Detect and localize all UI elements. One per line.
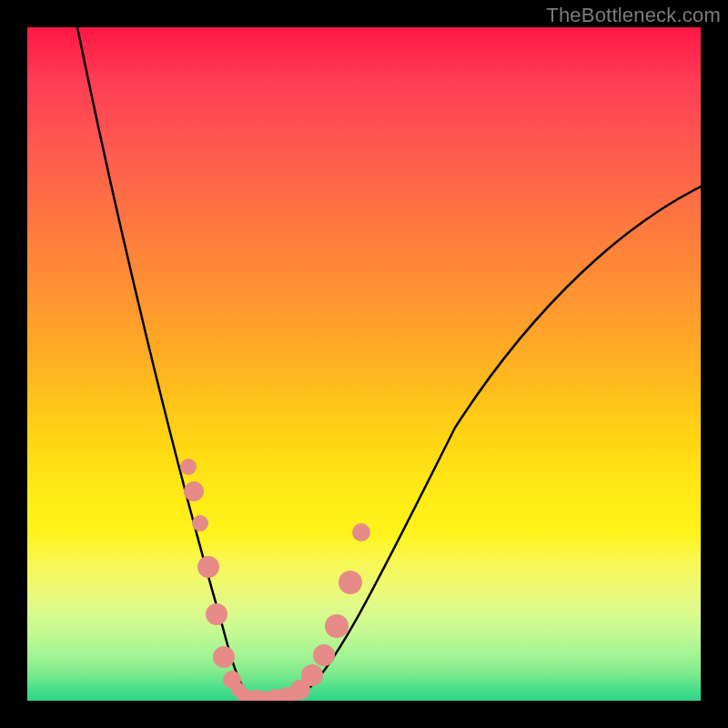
svg-point-16: [325, 614, 349, 638]
dot-cluster-left: [180, 459, 246, 697]
svg-point-0: [180, 459, 197, 475]
bottleneck-curve: [27, 27, 701, 701]
svg-point-2: [192, 515, 208, 531]
curve-path: [77, 27, 701, 701]
plot-area: [27, 27, 701, 701]
svg-point-1: [184, 481, 204, 501]
svg-point-5: [213, 646, 235, 668]
svg-point-15: [313, 644, 335, 666]
dot-cluster-right: [256, 523, 370, 701]
svg-point-17: [339, 571, 362, 594]
svg-point-14: [301, 664, 323, 686]
watermark-text: TheBottleneck.com: [546, 4, 721, 27]
svg-point-4: [206, 603, 228, 625]
svg-point-3: [197, 556, 219, 578]
chart-frame: TheBottleneck.com: [0, 0, 728, 728]
svg-point-18: [352, 523, 370, 541]
